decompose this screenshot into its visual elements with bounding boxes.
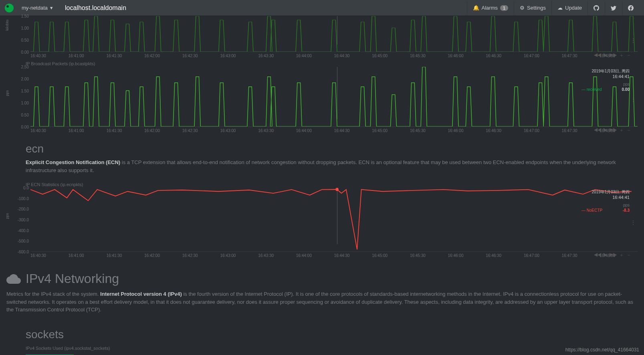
resize-handle[interactable]: ⋮ xyxy=(630,96,636,103)
legend-item[interactable]: — NoECTP -8.3 xyxy=(581,208,630,213)
node-dropdown[interactable]: my-netdata ▾ xyxy=(22,5,53,11)
rewind-icon[interactable]: ◀◀ xyxy=(594,127,601,134)
settings-label: Settings xyxy=(527,5,546,11)
plot-area[interactable] xyxy=(30,16,638,52)
legend-swatch: — NoECTP xyxy=(581,208,602,213)
y-axis: pps 2.502.001.501.000.500.00 xyxy=(6,67,30,127)
ipv4-heading: IPv4 Networking xyxy=(6,259,638,290)
play-icon[interactable]: ▶ xyxy=(604,127,607,134)
facebook-link[interactable] xyxy=(622,1,639,15)
play-icon[interactable]: ▶ xyxy=(604,52,607,59)
alarms-count-badge: 1 xyxy=(500,5,508,11)
y-axis-label: pps xyxy=(5,90,9,96)
legend-time: 16:44:41 xyxy=(581,74,630,79)
y-axis: kilobits 1.501.000.500.00 xyxy=(6,16,30,52)
resize-handle[interactable]: ⋮ xyxy=(630,37,636,44)
svg-point-0 xyxy=(335,188,339,191)
ipv4-bold: Internet Protocol version 4 (IPv4) xyxy=(100,291,182,297)
rewind-icon[interactable]: ◀◀ xyxy=(594,52,601,59)
chart-title: IP ECN Statistics (ip.ecnpkts) xyxy=(6,181,638,188)
x-axis: 16:40:3016:41:0016:41:3016:42:0016:42:30… xyxy=(6,52,638,58)
zoom-in-icon[interactable]: ＋ xyxy=(619,127,624,134)
github-icon xyxy=(594,5,599,11)
chart-toolbar: ◀◀ ▶ ▶▶ ＋ － xyxy=(594,252,631,259)
chart-ecnpkts: IP ECN Statistics (ip.ecnpkts) pps 0.0-1… xyxy=(6,181,638,258)
zoom-out-icon[interactable]: － xyxy=(626,52,631,59)
node-dropdown-label: my-netdata xyxy=(22,5,48,11)
legend-date: 2019年1月03日, 周四 xyxy=(581,68,630,74)
zoom-out-icon[interactable]: － xyxy=(626,252,631,259)
legend-unit: pps xyxy=(581,82,630,86)
legend-unit: pps xyxy=(581,203,630,207)
plot-area[interactable] xyxy=(30,67,638,127)
chart-legend: 2019年1月03日, 周四 16:44:41 pps — received 0… xyxy=(581,68,630,92)
chart-title: IP Broadcast Packets (ip.bcastpkts) xyxy=(6,60,638,67)
alarms-button[interactable]: 🔔 Alarms 1 xyxy=(467,1,514,15)
hostname: localhost.localdomain xyxy=(65,4,126,12)
legend-value: -8.3 xyxy=(623,208,630,213)
ipv4-description: Metrics for the IPv4 stack of the system… xyxy=(6,290,638,320)
forward-icon[interactable]: ▶▶ xyxy=(610,252,617,259)
ipv4-heading-text: IPv4 Networking xyxy=(26,271,119,286)
twitter-link[interactable] xyxy=(605,1,622,15)
rewind-icon[interactable]: ◀◀ xyxy=(594,252,601,259)
play-icon[interactable]: ▶ xyxy=(604,252,607,259)
netdata-logo[interactable] xyxy=(5,4,14,12)
y-axis-label: pps xyxy=(5,213,9,219)
sockets-heading: sockets xyxy=(6,320,638,344)
legend-value: 0.00 xyxy=(622,87,630,92)
chevron-down-icon: ▾ xyxy=(50,5,53,11)
alarms-label: Alarms xyxy=(482,5,498,11)
sockets-chart-title: IPv4 Sockets Used (ipv4.sockstat_sockets… xyxy=(6,344,638,351)
zoom-in-icon[interactable]: ＋ xyxy=(619,252,624,259)
chart-legend: 2019年1月03日, 周四 16:44:41 pps — NoECTP -8.… xyxy=(581,189,630,213)
plot-area[interactable] xyxy=(30,188,638,252)
forward-icon[interactable]: ▶▶ xyxy=(610,127,617,134)
watermark: https://blog.csdn.net/qq_41664031 xyxy=(565,347,639,353)
y-axis-label: kilobits xyxy=(5,20,9,31)
bell-icon: 🔔 xyxy=(473,5,479,11)
settings-button[interactable]: ⚙ Settings xyxy=(514,1,551,15)
twitter-icon xyxy=(611,5,616,11)
legend-time: 16:44:41 xyxy=(581,195,630,200)
x-axis: 16:40:3016:41:0016:41:3016:42:0016:42:30… xyxy=(6,252,638,258)
legend-item[interactable]: — received 0.00 xyxy=(581,87,630,92)
facebook-icon xyxy=(628,5,634,11)
zoom-out-icon[interactable]: － xyxy=(626,127,631,134)
chart-kilobits: kilobits 1.501.000.500.00 16:40:3016:41:… xyxy=(6,16,638,58)
legend-swatch: — received xyxy=(581,87,602,92)
gear-icon: ⚙ xyxy=(520,5,525,11)
ipv4-pre: Metrics for the IPv4 stack of the system… xyxy=(6,291,100,297)
ecn-description: Explicit Congestion Notification (ECN) i… xyxy=(6,158,638,181)
resize-handle[interactable]: ⋮ xyxy=(630,219,636,226)
zoom-in-icon[interactable]: ＋ xyxy=(619,52,624,59)
ecn-bold: Explicit Congestion Notification (ECN) xyxy=(26,159,120,165)
chart-toolbar: ◀◀ ▶ ▶▶ ＋ － xyxy=(594,52,631,59)
update-label: Update xyxy=(565,5,582,11)
ecn-heading: ecn xyxy=(6,134,638,158)
x-axis: 16:40:3016:41:0016:41:3016:42:0016:42:30… xyxy=(6,127,638,133)
nav-right: 🔔 Alarms 1 ⚙ Settings ☁ Update xyxy=(467,1,639,15)
legend-date: 2019年1月03日, 周四 xyxy=(581,189,630,195)
cloud-icon xyxy=(6,272,21,286)
github-link[interactable] xyxy=(587,1,605,15)
update-button[interactable]: ☁ Update xyxy=(551,1,587,15)
y-axis: pps 0.0-100.0-200.0-300.0-400.0-500.0-60… xyxy=(6,188,30,252)
chart-bcastpkts: IP Broadcast Packets (ip.bcastpkts) pps … xyxy=(6,60,638,133)
chart-toolbar: ◀◀ ▶ ▶▶ ＋ － xyxy=(594,127,631,134)
cloud-download-icon: ☁ xyxy=(557,5,563,11)
content: kilobits 1.501.000.500.00 16:40:3016:41:… xyxy=(0,16,644,355)
navbar: my-netdata ▾ localhost.localdomain 🔔 Ala… xyxy=(0,0,644,16)
forward-icon[interactable]: ▶▶ xyxy=(610,52,617,59)
